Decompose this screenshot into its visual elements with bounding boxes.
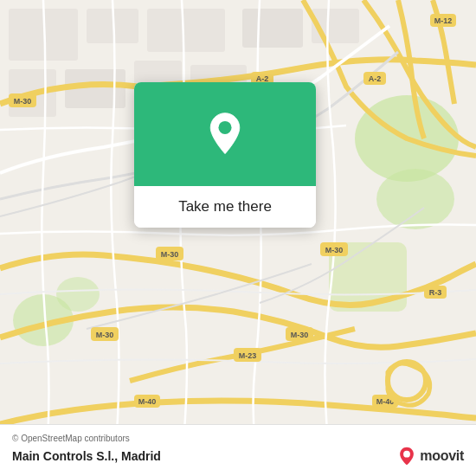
- svg-point-2: [376, 169, 454, 229]
- popup-header: [134, 82, 316, 186]
- moovit-pin-icon: [397, 447, 416, 466]
- map-container: M-30 M-30 M-30 M-30 M-30 A-2 A-2 M-23 M-…: [0, 0, 476, 476]
- svg-text:A-2: A-2: [369, 74, 382, 83]
- location-pin-icon: [203, 112, 248, 157]
- svg-text:M-30: M-30: [325, 246, 344, 254]
- svg-text:M-30: M-30: [161, 250, 179, 259]
- bottom-bar: © OpenStreetMap contributors Main Contro…: [0, 424, 476, 476]
- copyright-text: © OpenStreetMap contributors: [12, 434, 464, 443]
- svg-text:M-30: M-30: [291, 331, 309, 339]
- svg-text:M-12: M-12: [434, 16, 453, 25]
- svg-point-41: [403, 451, 410, 458]
- location-name: Main Controls S.l., Madrid: [12, 449, 161, 463]
- popup-card[interactable]: Take me there: [134, 82, 316, 228]
- svg-point-40: [218, 121, 231, 134]
- svg-rect-9: [242, 9, 303, 48]
- svg-text:M-30: M-30: [96, 331, 114, 339]
- moovit-logo: moovit: [397, 447, 464, 466]
- svg-text:M-30: M-30: [14, 97, 32, 106]
- svg-rect-8: [147, 9, 225, 52]
- svg-text:R-3: R-3: [429, 288, 442, 297]
- svg-text:M-23: M-23: [239, 351, 257, 360]
- map-roads: M-30 M-30 M-30 M-30 M-30 A-2 A-2 M-23 M-…: [0, 0, 476, 476]
- bottom-row: Main Controls S.l., Madrid moovit: [12, 447, 464, 466]
- take-me-there-label[interactable]: Take me there: [134, 186, 316, 228]
- moovit-text-label: moovit: [420, 448, 464, 464]
- svg-point-4: [56, 277, 100, 312]
- svg-text:M-40: M-40: [138, 397, 157, 406]
